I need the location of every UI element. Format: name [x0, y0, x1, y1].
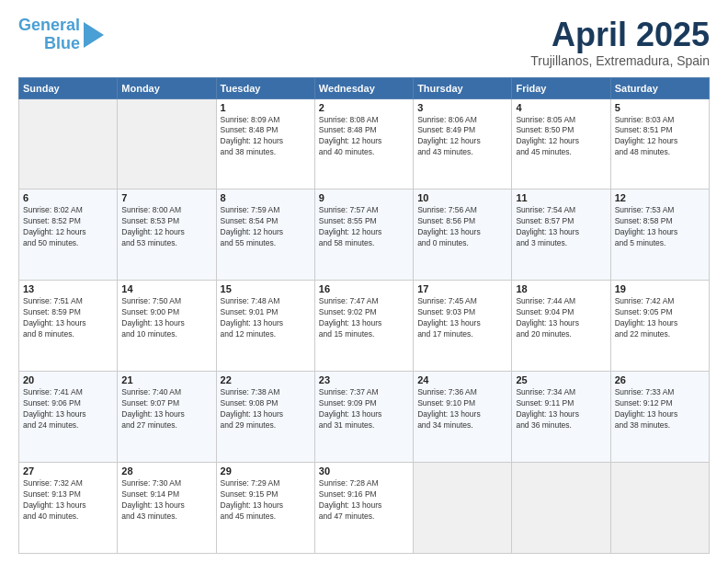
- day-number: 3: [417, 102, 507, 113]
- title-block: April 2025 Trujillanos, Extremadura, Spa…: [530, 17, 710, 68]
- day-number: 16: [319, 283, 409, 294]
- day-info: Sunrise: 8:00 AM Sunset: 8:53 PM Dayligh…: [121, 205, 211, 249]
- day-number: 30: [319, 465, 409, 477]
- logo-text2: Blue: [44, 35, 80, 53]
- th-wednesday: Wednesday: [314, 77, 413, 98]
- day-info: Sunrise: 7:40 AM Sunset: 9:07 PM Dayligh…: [121, 387, 211, 431]
- day-cell: [19, 98, 118, 190]
- day-info: Sunrise: 7:47 AM Sunset: 9:02 PM Dayligh…: [319, 296, 409, 340]
- th-sunday: Sunday: [19, 77, 118, 98]
- day-number: 11: [516, 192, 606, 203]
- day-number: 20: [23, 374, 113, 385]
- day-info: Sunrise: 7:45 AM Sunset: 9:03 PM Dayligh…: [417, 296, 507, 340]
- th-saturday: Saturday: [610, 77, 709, 98]
- day-number: 29: [221, 465, 311, 477]
- svg-marker-0: [84, 22, 104, 48]
- day-info: Sunrise: 7:30 AM Sunset: 9:14 PM Dayligh…: [121, 478, 211, 523]
- day-cell: 16Sunrise: 7:47 AM Sunset: 9:02 PM Dayli…: [314, 281, 413, 372]
- week-row-4: 20Sunrise: 7:41 AM Sunset: 9:06 PM Dayli…: [19, 372, 710, 463]
- day-number: 5: [615, 102, 705, 113]
- day-number: 6: [23, 192, 113, 203]
- day-info: Sunrise: 7:37 AM Sunset: 9:09 PM Dayligh…: [319, 387, 409, 431]
- day-cell: 29Sunrise: 7:29 AM Sunset: 9:15 PM Dayli…: [216, 463, 314, 554]
- th-thursday: Thursday: [414, 77, 512, 98]
- day-cell: 1Sunrise: 8:09 AM Sunset: 8:48 PM Daylig…: [216, 98, 314, 190]
- day-info: Sunrise: 8:05 AM Sunset: 8:50 PM Dayligh…: [516, 115, 606, 159]
- day-cell: 5Sunrise: 8:03 AM Sunset: 8:51 PM Daylig…: [610, 98, 709, 190]
- day-number: 21: [121, 374, 211, 385]
- day-info: Sunrise: 7:57 AM Sunset: 8:55 PM Dayligh…: [319, 205, 409, 249]
- day-info: Sunrise: 8:08 AM Sunset: 8:48 PM Dayligh…: [319, 115, 409, 159]
- day-cell: 4Sunrise: 8:05 AM Sunset: 8:50 PM Daylig…: [512, 98, 610, 190]
- day-cell: 30Sunrise: 7:28 AM Sunset: 9:16 PM Dayli…: [314, 463, 413, 554]
- day-number: 2: [319, 102, 409, 113]
- day-info: Sunrise: 7:41 AM Sunset: 9:06 PM Dayligh…: [23, 387, 113, 431]
- day-number: 7: [121, 192, 211, 203]
- header: General Blue April 2025 Trujillanos, Ext…: [18, 17, 710, 68]
- day-cell: 11Sunrise: 7:54 AM Sunset: 8:57 PM Dayli…: [512, 190, 610, 281]
- month-title: April 2025: [530, 17, 710, 53]
- day-cell: 8Sunrise: 7:59 AM Sunset: 8:54 PM Daylig…: [216, 190, 314, 281]
- day-info: Sunrise: 7:54 AM Sunset: 8:57 PM Dayligh…: [516, 205, 606, 249]
- day-cell: 3Sunrise: 8:06 AM Sunset: 8:49 PM Daylig…: [414, 98, 512, 190]
- logo-text: General: [18, 17, 80, 35]
- day-info: Sunrise: 7:44 AM Sunset: 9:04 PM Dayligh…: [516, 296, 606, 340]
- th-tuesday: Tuesday: [216, 77, 314, 98]
- location-subtitle: Trujillanos, Extremadura, Spain: [530, 53, 710, 68]
- day-info: Sunrise: 8:03 AM Sunset: 8:51 PM Dayligh…: [615, 115, 705, 159]
- day-cell: 23Sunrise: 7:37 AM Sunset: 9:09 PM Dayli…: [314, 372, 413, 463]
- day-cell: 10Sunrise: 7:56 AM Sunset: 8:56 PM Dayli…: [414, 190, 512, 281]
- day-info: Sunrise: 7:29 AM Sunset: 9:15 PM Dayligh…: [221, 478, 311, 523]
- day-number: 27: [23, 465, 113, 477]
- day-cell: 7Sunrise: 8:00 AM Sunset: 8:53 PM Daylig…: [118, 190, 216, 281]
- day-info: Sunrise: 7:59 AM Sunset: 8:54 PM Dayligh…: [221, 205, 311, 249]
- day-info: Sunrise: 7:33 AM Sunset: 9:12 PM Dayligh…: [615, 387, 705, 431]
- day-number: 14: [121, 283, 211, 294]
- th-friday: Friday: [512, 77, 610, 98]
- day-number: 17: [417, 283, 507, 294]
- day-info: Sunrise: 7:56 AM Sunset: 8:56 PM Dayligh…: [417, 205, 507, 249]
- day-info: Sunrise: 7:53 AM Sunset: 8:58 PM Dayligh…: [615, 205, 705, 249]
- logo-icon: [84, 22, 104, 48]
- day-cell: 21Sunrise: 7:40 AM Sunset: 9:07 PM Dayli…: [118, 372, 216, 463]
- day-number: 24: [417, 374, 507, 385]
- day-number: 9: [319, 192, 409, 203]
- day-info: Sunrise: 7:36 AM Sunset: 9:10 PM Dayligh…: [417, 387, 507, 431]
- day-cell: 12Sunrise: 7:53 AM Sunset: 8:58 PM Dayli…: [610, 190, 709, 281]
- day-info: Sunrise: 7:34 AM Sunset: 9:11 PM Dayligh…: [516, 387, 606, 431]
- day-number: 15: [221, 283, 311, 294]
- day-cell: [512, 463, 610, 554]
- week-row-5: 27Sunrise: 7:32 AM Sunset: 9:13 PM Dayli…: [19, 463, 710, 554]
- day-number: 8: [221, 192, 311, 203]
- day-cell: 22Sunrise: 7:38 AM Sunset: 9:08 PM Dayli…: [216, 372, 314, 463]
- day-number: 25: [516, 374, 606, 385]
- day-info: Sunrise: 7:51 AM Sunset: 8:59 PM Dayligh…: [23, 296, 113, 340]
- day-cell: [414, 463, 512, 554]
- day-info: Sunrise: 7:32 AM Sunset: 9:13 PM Dayligh…: [23, 478, 113, 523]
- day-number: 22: [221, 374, 311, 385]
- day-cell: 19Sunrise: 7:42 AM Sunset: 9:05 PM Dayli…: [610, 281, 709, 372]
- day-info: Sunrise: 8:06 AM Sunset: 8:49 PM Dayligh…: [417, 115, 507, 159]
- day-number: 13: [23, 283, 113, 294]
- header-row: Sunday Monday Tuesday Wednesday Thursday…: [19, 77, 710, 98]
- day-number: 4: [516, 102, 606, 113]
- week-row-1: 1Sunrise: 8:09 AM Sunset: 8:48 PM Daylig…: [19, 98, 710, 190]
- week-row-3: 13Sunrise: 7:51 AM Sunset: 8:59 PM Dayli…: [19, 281, 710, 372]
- day-info: Sunrise: 8:09 AM Sunset: 8:48 PM Dayligh…: [221, 115, 311, 159]
- day-number: 1: [221, 102, 311, 113]
- day-cell: 18Sunrise: 7:44 AM Sunset: 9:04 PM Dayli…: [512, 281, 610, 372]
- day-number: 23: [319, 374, 409, 385]
- day-cell: 9Sunrise: 7:57 AM Sunset: 8:55 PM Daylig…: [314, 190, 413, 281]
- day-cell: 17Sunrise: 7:45 AM Sunset: 9:03 PM Dayli…: [414, 281, 512, 372]
- day-cell: [118, 98, 216, 190]
- day-cell: 13Sunrise: 7:51 AM Sunset: 8:59 PM Dayli…: [19, 281, 118, 372]
- day-info: Sunrise: 8:02 AM Sunset: 8:52 PM Dayligh…: [23, 205, 113, 249]
- day-number: 28: [121, 465, 211, 477]
- day-cell: 27Sunrise: 7:32 AM Sunset: 9:13 PM Dayli…: [19, 463, 118, 554]
- day-info: Sunrise: 7:42 AM Sunset: 9:05 PM Dayligh…: [615, 296, 705, 340]
- day-cell: 15Sunrise: 7:48 AM Sunset: 9:01 PM Dayli…: [216, 281, 314, 372]
- day-cell: 24Sunrise: 7:36 AM Sunset: 9:10 PM Dayli…: [414, 372, 512, 463]
- day-number: 26: [615, 374, 705, 385]
- day-number: 19: [615, 283, 705, 294]
- day-info: Sunrise: 7:28 AM Sunset: 9:16 PM Dayligh…: [319, 478, 409, 523]
